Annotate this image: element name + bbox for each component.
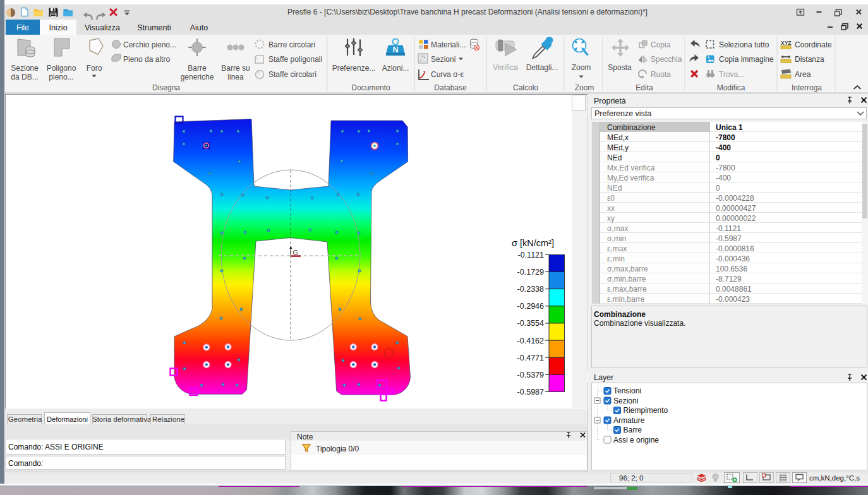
svg-text:-0.3554: -0.3554 [517, 319, 544, 328]
svg-text:XYZ: XYZ [781, 40, 792, 46]
svg-text:N: N [392, 45, 398, 54]
svg-text:-0.4771: -0.4771 [517, 354, 544, 362]
svg-text:-0.2946: -0.2946 [517, 302, 544, 311]
svg-text:-0.2338: -0.2338 [517, 285, 544, 294]
svg-text:σ [kN/cm²]: σ [kN/cm²] [512, 238, 554, 248]
svg-text:-0.5379: -0.5379 [517, 371, 544, 379]
svg-text:-0.1729: -0.1729 [517, 268, 544, 277]
svg-text:-0.1121: -0.1121 [518, 251, 545, 259]
svg-text:-0.4162: -0.4162 [517, 337, 544, 345]
svg-text:-0.5987: -0.5987 [517, 388, 544, 397]
svg-text:G: G [293, 249, 299, 256]
